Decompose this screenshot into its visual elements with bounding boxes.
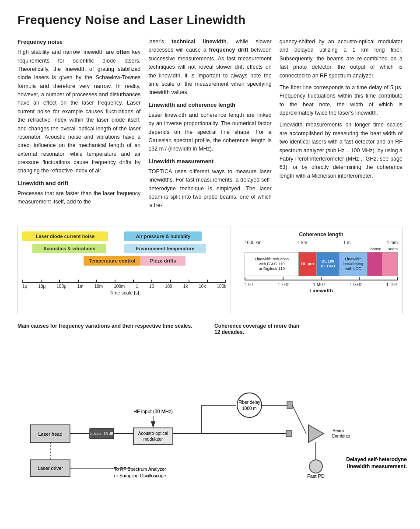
coh-bar-falc: Linewidth reductionwith FALC 110or Digil… bbox=[245, 252, 299, 276]
product-labels-top: iWaveiBeam bbox=[245, 247, 398, 251]
bar-acoustics-vibrations: Acoustics & vibrations bbox=[32, 244, 106, 253]
col2-p2: Laser linewidth and coherence length are… bbox=[148, 111, 271, 154]
col3-p2: The fiber line corresponds to a time del… bbox=[280, 84, 402, 118]
beam-combiner-shape bbox=[308, 425, 324, 442]
column-3: quency-shifted by an acousto-optical mod… bbox=[280, 38, 402, 214]
linewidth-axis-line bbox=[245, 280, 398, 280]
heterodyne-caption-2: linewidth measurement. bbox=[347, 463, 407, 469]
col2-p3: TOPTICA uses different ways to measure l… bbox=[148, 168, 271, 210]
linewidth-bottom-axis: 1 Hz1 kHz1 MHz1 GHz1 THz bbox=[245, 282, 398, 287]
heterodyne-svg-container: Laser head Laser driver Isolator, 60 dB … bbox=[18, 348, 402, 485]
bar-piezo-drifts: Piezo drifts bbox=[140, 256, 186, 266]
main-text-columns: Frequency noise High stability and narro… bbox=[18, 38, 402, 214]
bar-temperature-control: Temperature control bbox=[84, 256, 141, 266]
column-1: Frequency noise High stability and narro… bbox=[18, 38, 140, 214]
coherence-diagram: Coherence length 1000 km1 km1 m1 mm iWav… bbox=[240, 227, 402, 314]
coh-bar-lcc: Linewidthbroadeningwith LCC bbox=[340, 252, 368, 276]
fast-pd-label: Fast PD bbox=[307, 473, 325, 479]
noise-bars-container: Laser diode current noise Acoustics & vi… bbox=[22, 231, 226, 280]
diagrams-section: Laser diode current noise Acoustics & vi… bbox=[18, 227, 402, 314]
beam-combiner-label-1: Beam bbox=[332, 428, 344, 433]
col2-heading1: Linewidth and coherence length bbox=[148, 101, 271, 109]
timescale-caption: Main causes for frequency variations and… bbox=[18, 323, 206, 335]
coherence-title: Coherence length bbox=[245, 231, 398, 238]
bar-laser-diode-current-noise: Laser diode current noise bbox=[22, 231, 108, 241]
aom-label-2: modulator bbox=[144, 437, 163, 441]
page: Frequency Noise and Laser Linewidth Freq… bbox=[0, 0, 420, 498]
coherence-bars: Linewidth reductionwith FALC 110or Digil… bbox=[245, 252, 398, 276]
rf-spectrum-label-1: To RF Spectrum Analyzer bbox=[114, 466, 166, 472]
col1-p2: Processes that are faster than the laser… bbox=[18, 189, 140, 207]
bar-environment-temperature: Environment temperature bbox=[124, 244, 206, 253]
col1-heading1: Frequency noise bbox=[18, 38, 140, 46]
col2-p1: laser's technical linewidth, while slowe… bbox=[148, 38, 271, 97]
page-title: Frequency Noise and Laser Linewidth bbox=[18, 13, 402, 27]
timescale-diagram: Laser diode current noise Acoustics & vi… bbox=[18, 227, 231, 314]
timescale-axis-title: Time scale [s] bbox=[22, 290, 226, 295]
linewidth-axis-title: Linewidth bbox=[245, 288, 398, 293]
coh-bar-ibeam bbox=[382, 252, 397, 276]
coh-bar-dl-pro: DL pro bbox=[299, 252, 316, 276]
fast-pd-circle bbox=[309, 460, 322, 473]
bar-air-pressure-humidity: Air pressure & humidity bbox=[124, 231, 202, 241]
col3-p3: Linewidth measurements on longer time sc… bbox=[280, 121, 402, 180]
beam-connector-top bbox=[287, 402, 292, 409]
heterodyne-caption-1: Delayed self-heterodyne bbox=[346, 456, 407, 462]
aom-label-1: Acousto-optical bbox=[138, 431, 168, 436]
beam-combiner-label-2: Combiner bbox=[332, 434, 351, 438]
coherence-caption: Coherence coverage of more than12 decade… bbox=[214, 323, 402, 335]
beam-connector-mid bbox=[286, 431, 291, 437]
col1-heading2: Linewidth and drift bbox=[18, 179, 140, 188]
fiber-delay-circle bbox=[237, 393, 262, 417]
isolator-label-top: Isolator, 60 dB bbox=[90, 431, 114, 436]
timescale-axis-container: 1μ10μ100μ1m10m100m 1101001k10k100k Time … bbox=[22, 282, 226, 295]
col2-heading2: Linewidth measurement bbox=[148, 157, 271, 166]
aom-box bbox=[133, 428, 173, 445]
heterodyne-svg: Laser head Laser driver Isolator, 60 dB … bbox=[18, 348, 411, 484]
coh-bar-dl100: DL 100DL DFB bbox=[317, 252, 340, 276]
column-2: laser's technical linewidth, while slowe… bbox=[148, 38, 271, 214]
laser-driver-label: Laser driver bbox=[38, 466, 63, 471]
line-bc-top-to-bc bbox=[292, 405, 306, 434]
col3-p1: quency-shifted by an acousto-optical mod… bbox=[280, 38, 402, 80]
coh-bar-iwave bbox=[368, 252, 383, 276]
col1-p1: High stability and narrow linewidth are … bbox=[18, 48, 140, 175]
axis-tick-labels: 1μ10μ100μ1m10m100m 1101001k10k100k bbox=[22, 284, 226, 289]
fiber-delay-label-2: 1000 m bbox=[242, 406, 256, 411]
laser-head-label: Laser head bbox=[38, 431, 62, 437]
heterodyne-section: Laser head Laser driver Isolator, 60 dB … bbox=[18, 348, 402, 485]
hf-input-label: HF input (80 MHz) bbox=[133, 409, 173, 414]
captions-row: Main causes for frequency variations and… bbox=[18, 323, 402, 335]
coherence-top-axis: 1000 km1 km1 m1 mm bbox=[245, 240, 398, 245]
fiber-delay-label-1: Fiber delay bbox=[238, 400, 260, 405]
rf-spectrum-label-2: or Sampling Oscilloscope bbox=[114, 473, 166, 478]
